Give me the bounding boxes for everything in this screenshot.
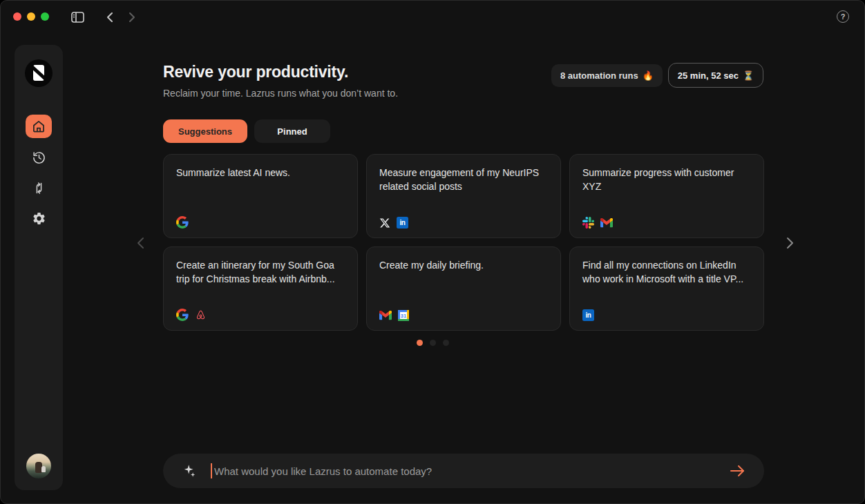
suggestion-card[interactable]: Create my daily briefing. 31 [366, 246, 561, 331]
history-clock-icon [32, 151, 46, 165]
sidebar-item-home[interactable] [26, 115, 52, 138]
linkedin-icon: in [582, 309, 594, 321]
titlebar: ? [1, 1, 864, 34]
back-button[interactable] [102, 10, 116, 25]
calendar-day-glyph: 31 [400, 312, 407, 319]
card-text: Create my daily briefing. [379, 259, 548, 273]
forward-button[interactable] [125, 10, 139, 25]
automation-runs-badge: 8 automation runs 🔥 [551, 64, 663, 87]
carousel-dot-1[interactable] [417, 340, 423, 346]
chevron-right-icon [129, 12, 136, 23]
linkedin-glyph: in [400, 219, 406, 226]
suggestion-card[interactable]: Summarize latest AI news. [163, 154, 358, 238]
gmail-icon [600, 218, 613, 228]
time-badge-label: 25 min, 52 sec [678, 70, 739, 81]
card-icons [176, 309, 207, 321]
airbnb-icon [195, 309, 207, 321]
tab-suggestions[interactable]: Suggestions [163, 119, 247, 143]
fire-icon: 🔥 [643, 70, 654, 81]
zoom-window-button[interactable] [41, 12, 49, 21]
gear-icon [32, 211, 46, 226]
carousel-next-button[interactable] [783, 235, 798, 251]
suggestion-card[interactable]: Summarize progress with customer XYZ [569, 154, 764, 238]
slack-icon [582, 217, 594, 229]
carousel-dot-2[interactable] [430, 340, 436, 346]
chevron-left-icon [106, 12, 113, 23]
avatar-dog [41, 466, 46, 472]
card-text: Measure engagement of my NeurIPS related… [379, 166, 548, 194]
google-icon [176, 216, 189, 229]
carousel-dot-3[interactable] [443, 340, 449, 346]
home-icon [32, 119, 46, 133]
page-title: Revive your productivity. [163, 63, 348, 81]
minimize-window-button[interactable] [27, 12, 35, 21]
app-logo [25, 59, 53, 87]
card-icons: in [379, 217, 408, 229]
hourglass-icon: ⏳ [743, 70, 754, 81]
app-window: ? [0, 0, 865, 504]
sparkles-icon [182, 463, 198, 478]
card-icons [582, 217, 613, 229]
time-saved-badge: 25 min, 52 sec ⏳ [668, 63, 763, 88]
carousel-prev-button[interactable] [133, 235, 148, 251]
card-text: Summarize progress with customer XYZ [582, 166, 751, 194]
user-avatar[interactable] [26, 454, 51, 478]
question-mark-icon: ? [841, 12, 846, 21]
text-caret [211, 463, 212, 478]
x-twitter-icon [379, 217, 390, 229]
submit-arrow-icon[interactable] [730, 465, 746, 477]
sidebar-item-history[interactable] [26, 146, 52, 169]
automation-input[interactable] [214, 465, 730, 477]
card-text: Summarize latest AI news. [176, 166, 345, 180]
card-text: Create an itinerary for my South Goa tri… [176, 259, 345, 287]
sidebar-item-settings[interactable] [26, 206, 52, 230]
tab-pinned[interactable]: Pinned [254, 119, 330, 143]
sidebar-item-automations[interactable] [26, 176, 52, 200]
tabs: Suggestions Pinned [163, 119, 330, 143]
close-window-button[interactable] [13, 12, 21, 21]
runs-badge-label: 8 automation runs [560, 70, 638, 81]
google-icon [176, 309, 189, 321]
chevron-right-icon [786, 237, 795, 249]
help-button[interactable]: ? [837, 10, 849, 23]
toggle-sidebar-button[interactable] [70, 10, 85, 25]
sidebar [15, 45, 63, 490]
workflow-arrows-icon [32, 181, 46, 195]
sidebar-toggle-icon [71, 12, 84, 23]
linkedin-icon: in [397, 217, 408, 229]
card-icons: in [582, 309, 594, 321]
card-text: Find all my connections on LinkedIn who … [582, 259, 751, 287]
automation-composer [163, 454, 764, 488]
carousel-dots [1, 340, 864, 346]
suggestion-card[interactable]: Find all my connections on LinkedIn who … [569, 246, 764, 331]
google-calendar-icon: 31 [398, 310, 409, 321]
suggestion-cards-grid: Summarize latest AI news. Measure engage… [163, 154, 764, 331]
suggestion-card[interactable]: Create an itinerary for my South Goa tri… [163, 246, 358, 331]
card-icons: 31 [379, 310, 409, 321]
card-icons [176, 216, 189, 229]
gmail-icon [379, 311, 392, 320]
suggestion-card[interactable]: Measure engagement of my NeurIPS related… [366, 154, 561, 238]
linkedin-glyph: in [586, 311, 591, 319]
chevron-left-icon [136, 237, 144, 249]
page-subtitle: Reclaim your time. Lazrus runs what you … [163, 88, 398, 99]
